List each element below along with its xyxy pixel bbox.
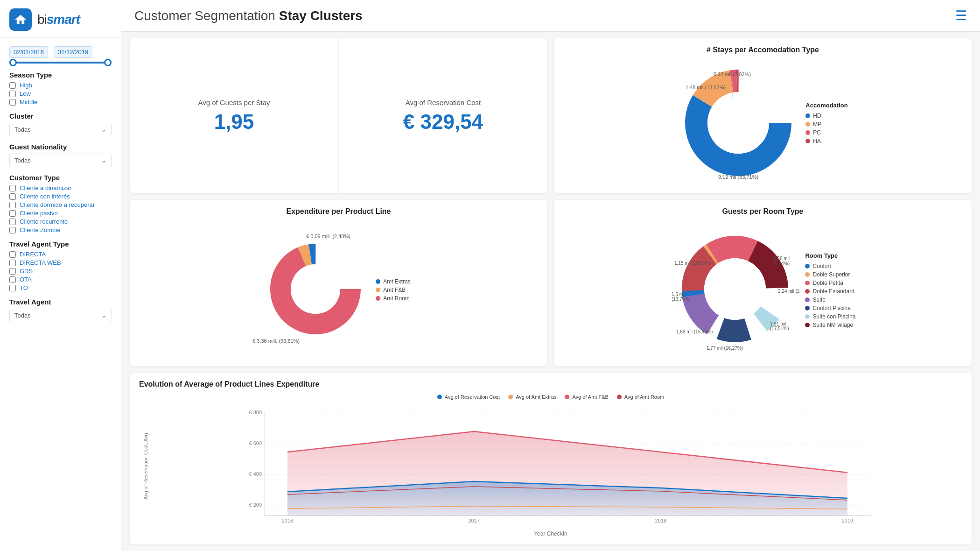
stays-legend-mp: MP <box>805 121 847 127</box>
svg-text:2019: 2019 <box>842 518 853 523</box>
season-high-checkbox[interactable] <box>9 82 16 89</box>
customer-type-filter: Customer Type Cliente a dinamizar Client… <box>9 174 112 233</box>
slider-thumb-left[interactable] <box>9 59 17 66</box>
evolution-chart-area: Avg of Reservation Cost, Avg € 800 € 600… <box>139 403 962 530</box>
svg-text:(5,14%): (5,14%) <box>773 261 790 266</box>
logo-area: bismart <box>0 0 121 38</box>
avg-guests-label: Avg of Guests per Stay <box>198 99 270 106</box>
customer-type-label: Customer Type <box>9 174 112 182</box>
travel-agent-value: Todas <box>14 312 31 319</box>
travel-agent-dropdown[interactable]: Todas ⌄ <box>9 309 112 322</box>
hd-dot <box>805 113 810 118</box>
stays-legend-title: Accomodation <box>805 102 847 109</box>
fnb-label: Amt F&B <box>383 287 406 293</box>
mp-label: MP <box>813 121 821 127</box>
expenditure-donut-svg <box>266 240 364 338</box>
guest-nationality-dropdown[interactable]: Todas ⌄ <box>9 154 112 167</box>
date-slider[interactable] <box>9 62 112 64</box>
pc-dot <box>805 130 810 135</box>
expenditure-room-label: € 3,36 mill. (93,61%) <box>252 338 300 344</box>
season-low[interactable]: Low <box>9 90 112 97</box>
main-content: Customer Segmentation Stay Clusters ☰ Av… <box>121 0 980 551</box>
slider-thumb-right[interactable] <box>104 59 112 66</box>
evolution-title: Evolution of Average of Product Lines Ex… <box>139 380 319 389</box>
season-low-checkbox[interactable] <box>9 91 16 97</box>
expenditure-extras-label: € 0,09 mill. (2,48%) <box>306 233 350 239</box>
guest-nationality-chevron: ⌄ <box>101 157 106 164</box>
svg-text:1,68 mil (15,43%): 1,68 mil (15,43%) <box>676 329 713 334</box>
home-icon[interactable] <box>9 8 32 31</box>
stays-legend-hd: HD <box>805 113 847 119</box>
travel-agent-filter: Travel Agent Todas ⌄ <box>9 298 112 322</box>
logo-smart: smart <box>47 12 80 27</box>
date-range: 02/01/2016 31/12/2019 <box>9 46 112 58</box>
season-type-filter: Season Type High Low Middle <box>9 71 112 106</box>
page-title: Customer Segmentation Stay Clusters <box>134 8 363 23</box>
kpi-card: Avg of Guests per Stay 1,95 Avg of Reser… <box>130 38 547 193</box>
sidebar: bismart 02/01/2016 31/12/2019 Season Typ… <box>0 0 121 551</box>
date-end[interactable]: 31/12/2019 <box>54 46 92 58</box>
season-low-label: Low <box>20 90 31 97</box>
cluster-value: Todas <box>14 126 31 133</box>
svg-text:(13,76%): (13,76%) <box>672 297 691 302</box>
sidebar-filters: 02/01/2016 31/12/2019 Season Type High L… <box>0 38 121 337</box>
svg-text:€ 600: € 600 <box>249 440 262 446</box>
svg-text:2,24 mil (20,57%): 2,24 mil (20,57%) <box>778 289 800 294</box>
expenditure-legend: Amt Extras Amt F&B Amt Room <box>376 278 411 302</box>
guests-room-legend-title: Room Type <box>805 252 855 259</box>
svg-text:€ 400: € 400 <box>249 471 262 477</box>
date-start[interactable]: 02/01/2016 <box>9 46 48 58</box>
svg-text:€ 800: € 800 <box>249 410 262 415</box>
stays-donut: 0,22 mil (2,02%) 1,48 mil (13,62%) 9,12 … <box>678 62 799 184</box>
pc-label: PC <box>813 129 821 136</box>
season-high-label: High <box>20 82 32 89</box>
stays-card: # Stays per Accomodation Type 0 <box>554 38 972 193</box>
season-middle[interactable]: Middle <box>9 99 112 106</box>
logo-text: bismart <box>37 12 80 27</box>
svg-text:1,77 mil (16,27%): 1,77 mil (16,27%) <box>707 346 743 351</box>
svg-text:1,15 mil (10,55%): 1,15 mil (10,55%) <box>674 261 711 266</box>
season-high[interactable]: High <box>9 82 112 89</box>
evolution-card: Evolution of Average of Product Lines Ex… <box>130 373 972 544</box>
page-title-bold: Stay Clusters <box>279 8 363 23</box>
cluster-dropdown[interactable]: Todas ⌄ <box>9 123 112 136</box>
ha-dot <box>805 139 810 143</box>
season-middle-checkbox[interactable] <box>9 99 16 106</box>
expenditure-card: Expenditure per Product Line € 0,09 mill… <box>130 200 547 366</box>
svg-text:(17,51%): (17,51%) <box>770 326 789 331</box>
svg-point-21 <box>704 258 766 320</box>
evolution-chart-svg: € 800 € 600 € 400 € 200 2016 2017 2018 2… <box>154 403 962 525</box>
mp-dot <box>805 122 810 127</box>
guests-room-donut-svg: 0,56 mil (5,14%) 2,24 mil (20,57%) 1,91 … <box>670 224 800 354</box>
travel-agent-type-label: Travel Agent Type <box>9 240 112 248</box>
dashboard: Avg of Guests per Stay 1,95 Avg of Reser… <box>121 32 980 551</box>
guest-nationality-filter: Guest Nationality Todas ⌄ <box>9 143 112 167</box>
svg-text:€ 200: € 200 <box>249 502 262 508</box>
hamburger-menu[interactable]: ☰ <box>955 8 967 23</box>
guest-nationality-value: Todas <box>14 157 31 164</box>
fnb-dot <box>376 288 380 292</box>
svg-text:0,22 mil (2,02%): 0,22 mil (2,02%) <box>714 71 751 77</box>
svg-text:2016: 2016 <box>282 518 293 523</box>
avg-guests-kpi: Avg of Guests per Stay 1,95 <box>130 38 339 193</box>
svg-text:9,12 mil (83,71%): 9,12 mil (83,71%) <box>718 174 758 180</box>
header: Customer Segmentation Stay Clusters ☰ <box>121 0 980 32</box>
ha-label: HA <box>813 138 821 144</box>
room-label: Amt Room <box>383 295 410 302</box>
cluster-label: Cluster <box>9 112 112 120</box>
hd-label: HD <box>813 113 821 119</box>
svg-text:2017: 2017 <box>469 518 480 523</box>
guests-room-legend: Room Type Confort Doble Superior Doble P… <box>805 252 855 328</box>
extras-label: Amt Extras <box>383 278 411 285</box>
expenditure-title: Expenditure per Product Line <box>286 207 391 216</box>
guests-room-title: Guests per Room Type <box>722 207 804 216</box>
svg-text:2018: 2018 <box>655 518 666 523</box>
svg-text:1,48 mil (13,62%): 1,48 mil (13,62%) <box>686 85 726 90</box>
travel-agent-label: Travel Agent <box>9 298 112 306</box>
evolution-legend: Avg of Reservation Cost Avg of Amt Extra… <box>437 394 665 400</box>
avg-cost-value: € 329,54 <box>403 110 483 134</box>
stays-legend-pc: PC <box>805 129 847 136</box>
season-type-label: Season Type <box>9 71 112 79</box>
extras-dot <box>376 279 380 284</box>
svg-point-12 <box>291 264 340 314</box>
